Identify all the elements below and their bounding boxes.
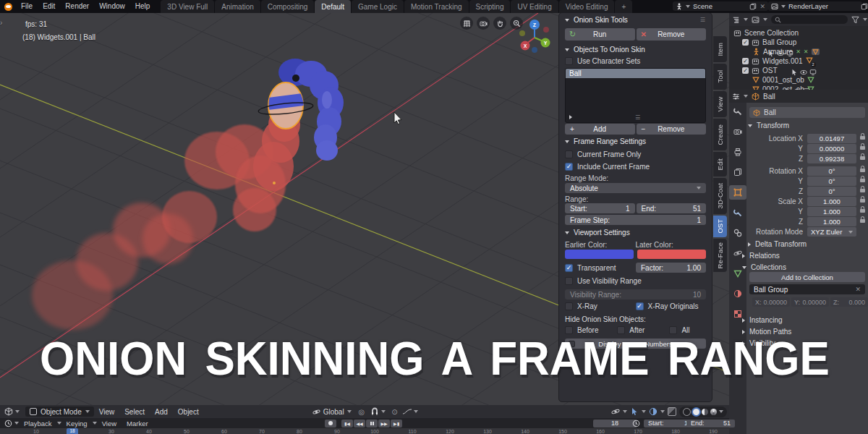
collection-name-field[interactable]: Ball Group ✕	[749, 284, 865, 294]
properties-editor-icon[interactable]	[732, 93, 740, 101]
previous-keyframe-button[interactable]: ◀◀	[354, 420, 365, 427]
unlink-scene-icon[interactable]: ✕	[760, 3, 765, 10]
toolbar-toggle-arrow[interactable]: ›	[0, 19, 2, 27]
objects-list[interactable]: Ball ☰	[565, 68, 706, 123]
sidebar-tab-ost[interactable]: OST	[713, 216, 727, 237]
object-name-field[interactable]: Ball	[749, 107, 865, 118]
mode-selector[interactable]: Object Mode	[25, 407, 94, 417]
workspace-tab-video-editing[interactable]: Video Editing	[559, 0, 615, 13]
outliner-row-widgets[interactable]: ✓ Widgets.001 2	[742, 56, 813, 65]
timeline-editor-icon[interactable]	[4, 420, 12, 427]
start-frame-field[interactable]: Start: 1	[565, 203, 635, 213]
axis-navigation-gizmo[interactable]: Z X Y	[517, 17, 552, 55]
sidebar-tab-view[interactable]: View	[713, 91, 727, 117]
menu-edit[interactable]: Edit	[38, 2, 60, 13]
location-y-field[interactable]: 0.00000	[807, 144, 856, 153]
menu-file[interactable]: File	[16, 2, 38, 13]
falloff-curve-icon[interactable]	[402, 408, 412, 415]
transparent-row[interactable]: Transparent	[565, 264, 636, 272]
use-character-sets-checkbox[interactable]	[565, 57, 573, 65]
render-layer-new-icon[interactable]	[861, 3, 868, 10]
workspace-tab-default[interactable]: Default	[315, 0, 351, 13]
end-frame-field[interactable]: End: 51	[637, 203, 707, 213]
record-button[interactable]	[325, 420, 336, 427]
proportional-editing-icon[interactable]: ⊙	[391, 408, 397, 416]
location-z-field[interactable]: 0.99238	[807, 154, 856, 163]
use-visibility-range-row[interactable]: Use Visibility Range	[565, 277, 706, 285]
lock-icon[interactable]	[860, 199, 865, 203]
workspace-tab-scripting[interactable]: Scripting	[469, 0, 511, 13]
collection-checkbox[interactable]: ✓	[742, 39, 749, 46]
new-scene-icon[interactable]	[749, 3, 757, 10]
rotation-z-field[interactable]: 0°	[807, 187, 856, 196]
widget-slot[interactable]	[812, 48, 820, 55]
overlays-icon[interactable]	[649, 407, 658, 416]
pause-button[interactable]	[366, 420, 378, 427]
outliner-search-input[interactable]	[771, 15, 848, 24]
workspace-tab-uv-editing[interactable]: UV Editing	[511, 0, 558, 13]
xray-originals-checkbox[interactable]	[636, 302, 644, 310]
offset-x-field[interactable]: X:0.00000	[752, 297, 790, 307]
gizmos-icon[interactable]	[630, 407, 639, 416]
show-gizmo-icon[interactable]	[611, 407, 620, 416]
lock-icon[interactable]	[860, 179, 865, 182]
menu-playback[interactable]: Playback	[19, 420, 57, 427]
workspace-tab-motion-tracking[interactable]: Motion Tracking	[404, 0, 469, 13]
rotation-x-field[interactable]: 0°	[807, 166, 856, 176]
rendered-shading-icon[interactable]	[710, 409, 717, 415]
lock-icon[interactable]	[860, 146, 865, 150]
xray-row[interactable]: X-Ray	[565, 302, 636, 310]
menu-add[interactable]: Add	[150, 408, 173, 416]
rotation-y-field[interactable]: 0°	[807, 176, 856, 186]
use-character-sets-row[interactable]: Use Character Sets	[565, 57, 706, 65]
auto-keyframe-clock-icon[interactable]	[632, 420, 640, 427]
delta-transform-section[interactable]: Delta Transform	[748, 240, 807, 248]
use-visibility-range-checkbox[interactable]	[565, 277, 573, 285]
outliner-row-ball-group[interactable]: ✓ Ball Group	[742, 38, 796, 46]
remove-collection-icon[interactable]: ✕	[855, 286, 861, 293]
list-expand-icon[interactable]	[569, 115, 572, 119]
xray-checkbox[interactable]	[565, 302, 573, 310]
include-current-frame-checkbox[interactable]	[565, 163, 573, 171]
menu-view-timeline[interactable]: View	[97, 420, 122, 427]
timeline-ruler[interactable]: 1020304050607080901001101201301401501601…	[0, 428, 729, 434]
later-color-swatch[interactable]	[637, 250, 706, 259]
solid-shading-icon[interactable]	[693, 409, 699, 415]
workspace-tab-3d-view-full[interactable]: 3D View Full	[161, 0, 214, 13]
panel-header[interactable]: Onion Skin Tools ☰	[565, 16, 706, 24]
outliner-row-scene-collection[interactable]: Scene Collection	[733, 28, 799, 37]
orientation-selector[interactable]: Global	[312, 408, 352, 416]
scale-z-field[interactable]: 1.000	[807, 217, 856, 226]
current-frame-marker[interactable]: 18	[67, 428, 78, 434]
location-x-field[interactable]: 0.01497	[807, 134, 856, 143]
transparent-checkbox[interactable]	[565, 264, 573, 272]
render-layer-selector[interactable]: RenderLayer	[768, 1, 862, 11]
add-workspace-tab[interactable]: +	[615, 0, 632, 13]
workspace-tab-animation[interactable]: Animation	[215, 0, 260, 13]
current-frame-only-checkbox[interactable]	[565, 150, 573, 158]
sidebar-tab-edit[interactable]: Edit	[713, 152, 727, 176]
outliner-row-ost[interactable]: ✓ OST	[742, 66, 778, 75]
lock-icon[interactable]	[860, 219, 865, 223]
outliner-row-armature[interactable]: Armature ✕ ✕	[752, 47, 820, 56]
frame-step-field[interactable]: Frame Step: 1	[565, 215, 706, 225]
material-shading-icon[interactable]	[702, 409, 708, 415]
run-button[interactable]: ↻ Run	[565, 28, 635, 41]
transform-section-header[interactable]: Transform	[748, 122, 789, 129]
lock-icon[interactable]	[860, 189, 865, 192]
start-frame-field[interactable]: Start: 1	[644, 420, 692, 427]
viewport-settings-section-header[interactable]: Viewport Settings	[565, 229, 706, 237]
rotation-mode-dropdown[interactable]: XYZ Euler	[807, 227, 856, 237]
factor-field[interactable]: Factor: 1.00	[636, 263, 706, 273]
pivot-point-icon[interactable]: ◎	[359, 408, 365, 416]
workspace-tab-game-logic[interactable]: Game Logic	[352, 0, 404, 13]
menu-object[interactable]: Object	[173, 408, 204, 416]
collections-section[interactable]: Collections	[742, 263, 786, 271]
offset-y-field[interactable]: Y:0.00000	[791, 297, 829, 307]
snap-magnet-icon[interactable]	[370, 407, 379, 416]
lock-icon[interactable]	[860, 156, 865, 160]
outliner-row-0001-ost-ob[interactable]: 0001_ost_ob	[752, 75, 814, 84]
blender-logo-icon[interactable]	[4, 3, 12, 11]
sidebar-tab-tool[interactable]: Tool	[713, 64, 727, 90]
current-frame-only-row[interactable]: Current Frame Only	[565, 150, 706, 158]
